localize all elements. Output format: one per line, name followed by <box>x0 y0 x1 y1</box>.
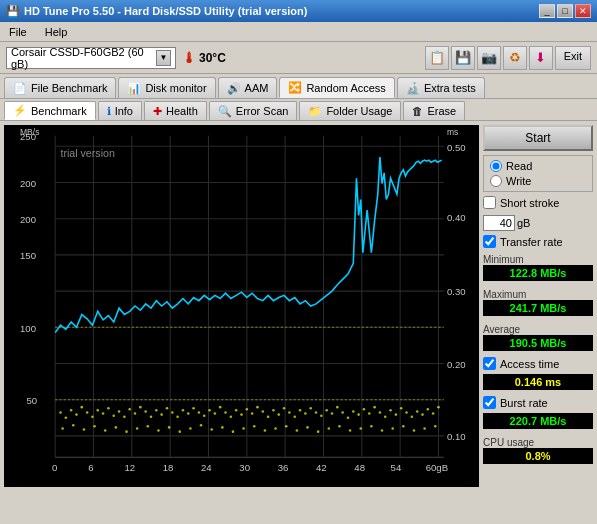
menu-file[interactable]: File <box>6 25 30 39</box>
svg-point-112 <box>83 428 86 431</box>
short-stroke-input-row: gB <box>483 215 593 231</box>
svg-point-144 <box>423 427 426 430</box>
burst-rate-label: Burst rate <box>500 397 548 409</box>
svg-point-102 <box>400 407 403 410</box>
minimize-button[interactable]: _ <box>539 4 555 18</box>
folder-usage-label: Folder Usage <box>326 105 392 117</box>
transfer-rate-checkbox[interactable] <box>483 235 496 248</box>
maximize-button[interactable]: □ <box>557 4 573 18</box>
drive-dropdown-arrow[interactable]: ▼ <box>156 50 171 66</box>
tab-benchmark[interactable]: ⚡ Benchmark <box>4 101 96 120</box>
disk-monitor-icon: 📊 <box>127 82 141 95</box>
svg-point-133 <box>306 426 309 429</box>
tab-file-benchmark[interactable]: 📄 File Benchmark <box>4 77 116 98</box>
minimum-label: Minimum <box>483 254 593 265</box>
svg-text:0: 0 <box>52 462 57 473</box>
svg-text:24: 24 <box>201 462 212 473</box>
svg-text:0.10: 0.10 <box>447 431 466 442</box>
download-icon[interactable]: ⬇ <box>529 46 553 70</box>
tab-erase[interactable]: 🗑 Erase <box>403 101 465 120</box>
svg-point-78 <box>272 409 275 412</box>
start-button[interactable]: Start <box>483 125 593 151</box>
benchmark-chart: 250 200 200 150 100 50 MB/s ms 0.50 0.40… <box>4 125 479 487</box>
write-label: Write <box>506 175 531 187</box>
save-icon[interactable]: 💾 <box>451 46 475 70</box>
benchmark-icon: ⚡ <box>13 104 27 117</box>
refresh-icon[interactable]: ♻ <box>503 46 527 70</box>
access-time-label: Access time <box>500 358 559 370</box>
svg-point-38 <box>59 411 62 414</box>
burst-rate-checkbox[interactable] <box>483 396 496 409</box>
tab-folder-usage[interactable]: 📁 Folder Usage <box>299 101 401 120</box>
main-content: 250 200 200 150 100 50 MB/s ms 0.50 0.40… <box>0 121 597 491</box>
average-value: 190.5 MB/s <box>483 335 593 351</box>
svg-point-104 <box>411 415 414 418</box>
short-stroke-checkbox[interactable] <box>483 196 496 209</box>
title-bar: 💾 HD Tune Pro 5.50 - Hard Disk/SSD Utili… <box>0 0 597 22</box>
tab-error-scan[interactable]: 🔍 Error Scan <box>209 101 298 120</box>
svg-point-85 <box>309 407 312 410</box>
svg-point-129 <box>264 429 267 432</box>
health-icon: ✚ <box>153 105 162 118</box>
average-label: Average <box>483 324 593 335</box>
svg-point-73 <box>246 408 249 411</box>
svg-text:200: 200 <box>20 214 36 225</box>
tab-health[interactable]: ✚ Health <box>144 101 207 120</box>
svg-text:48: 48 <box>354 462 365 473</box>
svg-point-142 <box>402 425 405 428</box>
svg-point-60 <box>176 415 179 418</box>
svg-text:50: 50 <box>26 395 37 406</box>
svg-point-128 <box>253 425 256 428</box>
outer-tabs: 📄 File Benchmark 📊 Disk monitor 🔊 AAM 🔀 … <box>0 74 597 99</box>
disk-monitor-label: Disk monitor <box>145 82 206 94</box>
svg-point-43 <box>86 411 89 414</box>
copy-icon[interactable]: 📋 <box>425 46 449 70</box>
svg-point-71 <box>235 409 238 412</box>
svg-point-82 <box>293 415 296 418</box>
cpu-usage-value: 0.8% <box>483 448 593 464</box>
access-time-checkbox[interactable] <box>483 357 496 370</box>
read-radio[interactable] <box>490 160 502 172</box>
tab-extra-tests[interactable]: 🔬 Extra tests <box>397 77 485 98</box>
svg-point-111 <box>72 424 75 427</box>
svg-point-136 <box>338 425 341 428</box>
svg-point-114 <box>104 429 107 432</box>
tab-random-access[interactable]: 🔀 Random Access <box>279 77 394 98</box>
exit-button[interactable]: Exit <box>555 46 591 70</box>
menu-help[interactable]: Help <box>42 25 71 39</box>
svg-point-92 <box>347 417 350 420</box>
svg-point-44 <box>91 415 94 418</box>
svg-point-74 <box>251 412 254 415</box>
folder-usage-icon: 📁 <box>308 105 322 118</box>
svg-point-137 <box>349 429 352 432</box>
short-stroke-input[interactable] <box>483 215 515 231</box>
access-time-row: Access time <box>483 357 593 370</box>
svg-point-138 <box>359 427 362 430</box>
svg-point-58 <box>166 407 169 410</box>
tab-info[interactable]: ℹ Info <box>98 101 142 120</box>
window-title: HD Tune Pro 5.50 - Hard Disk/SSD Utility… <box>24 5 307 17</box>
write-radio[interactable] <box>490 175 502 187</box>
svg-point-100 <box>389 409 392 412</box>
svg-rect-0 <box>18 125 465 487</box>
camera-icon[interactable]: 📷 <box>477 46 501 70</box>
close-button[interactable]: ✕ <box>575 4 591 18</box>
svg-point-40 <box>70 409 73 412</box>
svg-point-75 <box>256 406 259 409</box>
file-benchmark-label: File Benchmark <box>31 82 107 94</box>
tab-disk-monitor[interactable]: 📊 Disk monitor <box>118 77 215 98</box>
toolbar-icons: 📋 💾 📷 ♻ ⬇ Exit <box>425 46 591 70</box>
error-scan-label: Error Scan <box>236 105 289 117</box>
svg-point-76 <box>262 410 265 413</box>
benchmark-label: Benchmark <box>31 105 87 117</box>
svg-text:150: 150 <box>20 250 36 261</box>
drive-select[interactable]: Corsair CSSD-F60GB2 (60 gB) ▼ <box>6 47 176 69</box>
svg-point-65 <box>203 414 206 417</box>
svg-point-132 <box>296 429 299 432</box>
svg-point-62 <box>187 412 190 415</box>
extra-tests-label: Extra tests <box>424 82 476 94</box>
tab-aam[interactable]: 🔊 AAM <box>218 77 278 98</box>
svg-point-66 <box>208 409 211 412</box>
svg-point-88 <box>325 409 328 412</box>
aam-label: AAM <box>245 82 269 94</box>
